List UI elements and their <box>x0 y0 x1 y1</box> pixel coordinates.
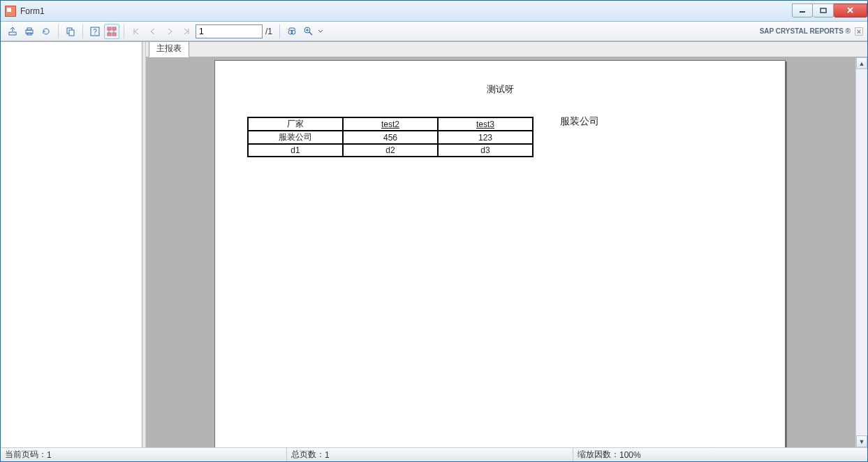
copy-button[interactable] <box>63 24 78 39</box>
svg-point-19 <box>291 30 295 34</box>
app-icon <box>5 6 16 17</box>
prev-page-icon <box>149 27 157 36</box>
table-row: 厂家 test2 test3 <box>248 117 533 131</box>
next-page-button[interactable] <box>162 24 177 39</box>
scroll-down-icon[interactable]: ▼ <box>856 435 867 447</box>
group-tree-icon <box>106 26 117 37</box>
table-cell: d1 <box>248 144 343 157</box>
svg-rect-14 <box>108 33 111 36</box>
table-row: 服装公司 456 123 <box>248 131 533 144</box>
status-current-page: 当前页码： 1 <box>1 448 287 461</box>
table-header-cell: 厂家 <box>248 117 343 131</box>
page-total-label: /1 <box>265 27 272 36</box>
toolbar-separator <box>58 24 59 38</box>
prev-page-button[interactable] <box>145 24 161 39</box>
app-window: Form1 ? <box>0 0 868 462</box>
next-page-icon <box>165 27 174 36</box>
window-buttons <box>792 4 867 18</box>
statusbar: 当前页码： 1 总页数： 1 缩放因数： 100% <box>1 447 867 461</box>
table-header-cell: test2 <box>343 117 438 131</box>
status-current-page-value: 1 <box>47 450 52 460</box>
first-page-icon <box>132 27 140 36</box>
svg-line-21 <box>309 32 312 35</box>
report-title: 测试呀 <box>215 83 785 96</box>
tabstrip: 主报表 <box>146 42 867 57</box>
minimize-icon <box>799 7 806 14</box>
table-cell: 456 <box>343 131 438 144</box>
first-page-button[interactable] <box>128 24 144 39</box>
report-table: 厂家 test2 test3 服装公司 456 123 d1 <box>247 117 534 157</box>
zoom-dropdown-icon[interactable] <box>318 26 323 37</box>
toolbar-separator <box>279 24 280 38</box>
report-area: 主报表 测试呀 厂家 test2 test3 服装公司 <box>146 42 867 447</box>
print-icon <box>24 26 35 37</box>
branding-text: SAP CRYSTAL REPORTS ® <box>760 27 851 35</box>
svg-rect-12 <box>108 27 111 30</box>
refresh-icon <box>41 26 52 37</box>
svg-rect-15 <box>112 33 116 36</box>
status-total-pages-value: 1 <box>325 450 330 460</box>
parameters-icon: ? <box>89 26 101 37</box>
zoom-button[interactable] <box>301 24 316 39</box>
close-button[interactable] <box>834 3 867 17</box>
print-button[interactable] <box>22 24 37 39</box>
toolbar-separator <box>124 24 124 38</box>
page-number-input[interactable] <box>196 24 263 38</box>
maximize-icon <box>820 7 827 14</box>
export-button[interactable] <box>5 24 20 39</box>
find-button[interactable] <box>284 24 300 39</box>
svg-rect-1 <box>821 8 826 13</box>
zoom-icon <box>303 26 314 37</box>
status-total-pages-label: 总页数： <box>291 449 325 461</box>
report-side-label: 服装公司 <box>560 115 599 128</box>
svg-rect-9 <box>69 30 74 36</box>
status-zoom-value: 100% <box>619 450 641 460</box>
svg-rect-4 <box>9 32 16 35</box>
last-page-icon <box>182 27 191 36</box>
table-cell: 服装公司 <box>248 131 343 144</box>
scroll-up-icon[interactable]: ▲ <box>856 57 867 69</box>
window-title: Form1 <box>20 6 45 16</box>
toggle-group-tree-button[interactable] <box>104 24 119 39</box>
export-icon <box>7 26 18 37</box>
svg-rect-6 <box>27 28 31 30</box>
scroll-track[interactable] <box>856 69 867 435</box>
tab-main-report[interactable]: 主报表 <box>149 41 189 57</box>
svg-text:?: ? <box>93 28 97 36</box>
svg-rect-13 <box>112 27 116 30</box>
body-area: 主报表 测试呀 厂家 test2 test3 服装公司 <box>1 41 867 447</box>
last-page-button[interactable] <box>179 24 194 39</box>
close-icon <box>846 6 854 14</box>
status-total-pages: 总页数： 1 <box>287 448 573 461</box>
status-zoom: 缩放因数： 100% <box>573 448 867 461</box>
refresh-button[interactable] <box>38 24 54 39</box>
find-icon <box>286 26 297 37</box>
report-viewer[interactable]: 测试呀 厂家 test2 test3 服装公司 456 123 <box>146 57 867 447</box>
copy-icon <box>65 26 76 37</box>
toolbar: ? /1 SAP CRYSTAL REPORTS ® × <box>1 22 867 41</box>
minimize-button[interactable] <box>792 3 813 17</box>
table-row: d1 d2 d3 <box>248 144 533 157</box>
maximize-button[interactable] <box>813 3 834 17</box>
status-zoom-label: 缩放因数： <box>578 449 619 461</box>
table-cell: d2 <box>343 144 438 157</box>
branding-close-icon[interactable]: × <box>855 27 863 36</box>
table-cell: d3 <box>438 144 533 157</box>
branding: SAP CRYSTAL REPORTS ® × <box>760 27 863 36</box>
toolbar-separator <box>82 24 83 38</box>
status-current-page-label: 当前页码： <box>5 449 47 461</box>
report-page: 测试呀 厂家 test2 test3 服装公司 456 123 <box>214 60 786 447</box>
titlebar[interactable]: Form1 <box>1 1 867 22</box>
table-cell: 123 <box>438 131 533 144</box>
group-tree-panel[interactable] <box>1 42 142 447</box>
toggle-parameters-button[interactable]: ? <box>87 24 103 39</box>
table-header-cell: test3 <box>438 117 533 131</box>
vertical-scrollbar[interactable]: ▲ ▼ <box>855 57 867 447</box>
